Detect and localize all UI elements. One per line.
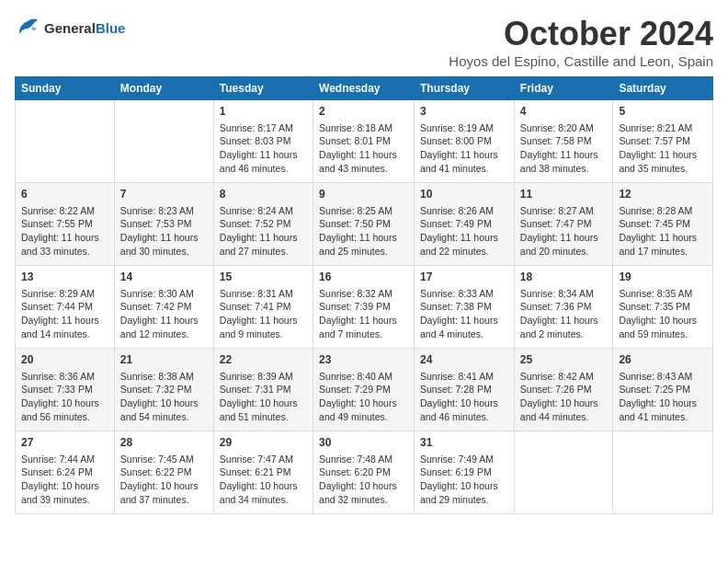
sunset-info: Sunset: 6:24 PM bbox=[21, 465, 108, 479]
calendar-cell: 29Sunrise: 7:47 AMSunset: 6:21 PMDayligh… bbox=[213, 431, 313, 514]
sunrise-info: Sunrise: 8:27 AM bbox=[520, 204, 608, 218]
daylight-hours: Daylight: 11 hours and 22 minutes. bbox=[420, 231, 508, 258]
calendar-cell: 14Sunrise: 8:30 AMSunset: 7:42 PMDayligh… bbox=[114, 266, 213, 349]
sunset-info: Sunset: 7:35 PM bbox=[619, 300, 707, 314]
sunset-info: Sunset: 7:45 PM bbox=[619, 217, 707, 231]
sunset-info: Sunset: 7:55 PM bbox=[21, 217, 108, 231]
calendar-cell: 9Sunrise: 8:25 AMSunset: 7:50 PMDaylight… bbox=[313, 183, 415, 266]
page-header: GeneralBlue October 2024 Hoyos del Espin… bbox=[15, 15, 713, 69]
day-number: 9 bbox=[319, 187, 408, 202]
daylight-hours: Daylight: 11 hours and 30 minutes. bbox=[120, 231, 208, 258]
sunrise-info: Sunrise: 8:42 AM bbox=[520, 370, 608, 384]
day-number: 16 bbox=[319, 270, 408, 285]
column-header-thursday: Thursday bbox=[415, 77, 515, 100]
day-number: 24 bbox=[420, 352, 508, 368]
sunrise-info: Sunrise: 8:34 AM bbox=[520, 287, 608, 301]
sunrise-info: Sunrise: 8:17 AM bbox=[220, 121, 307, 135]
sunrise-info: Sunrise: 8:40 AM bbox=[319, 370, 408, 384]
sunset-info: Sunset: 7:57 PM bbox=[619, 134, 707, 148]
sunset-info: Sunset: 7:38 PM bbox=[420, 300, 508, 314]
day-number: 15 bbox=[220, 270, 307, 285]
calendar-cell: 19Sunrise: 8:35 AMSunset: 7:35 PMDayligh… bbox=[613, 266, 713, 349]
calendar-cell: 10Sunrise: 8:26 AMSunset: 7:49 PMDayligh… bbox=[415, 183, 515, 266]
daylight-hours: Daylight: 11 hours and 4 minutes. bbox=[420, 314, 508, 340]
daylight-hours: Daylight: 10 hours and 34 minutes. bbox=[220, 479, 307, 506]
daylight-hours: Daylight: 11 hours and 35 minutes. bbox=[619, 148, 707, 175]
sunset-info: Sunset: 7:44 PM bbox=[21, 300, 108, 314]
sunset-info: Sunset: 7:36 PM bbox=[520, 300, 608, 314]
sunset-info: Sunset: 8:03 PM bbox=[220, 134, 307, 148]
calendar-week-row: 6Sunrise: 8:22 AMSunset: 7:55 PMDaylight… bbox=[16, 183, 713, 266]
calendar-cell: 24Sunrise: 8:41 AMSunset: 7:28 PMDayligh… bbox=[415, 349, 515, 431]
sunset-info: Sunset: 7:42 PM bbox=[120, 300, 208, 314]
calendar-cell: 6Sunrise: 8:22 AMSunset: 7:55 PMDaylight… bbox=[16, 183, 115, 266]
daylight-hours: Daylight: 10 hours and 37 minutes. bbox=[120, 479, 208, 506]
day-number: 12 bbox=[619, 187, 707, 202]
sunset-info: Sunset: 8:00 PM bbox=[420, 134, 508, 148]
day-number: 3 bbox=[420, 104, 508, 120]
calendar-cell: 8Sunrise: 8:24 AMSunset: 7:52 PMDaylight… bbox=[213, 183, 313, 266]
sunrise-info: Sunrise: 8:31 AM bbox=[220, 287, 307, 301]
daylight-hours: Daylight: 11 hours and 38 minutes. bbox=[520, 148, 608, 175]
calendar-cell: 12Sunrise: 8:28 AMSunset: 7:45 PMDayligh… bbox=[613, 183, 713, 266]
calendar-cell: 17Sunrise: 8:33 AMSunset: 7:38 PMDayligh… bbox=[415, 266, 515, 349]
sunset-info: Sunset: 7:31 PM bbox=[220, 383, 307, 396]
sunset-info: Sunset: 7:25 PM bbox=[619, 383, 707, 396]
sunrise-info: Sunrise: 8:39 AM bbox=[220, 370, 307, 384]
calendar-cell: 5Sunrise: 8:21 AMSunset: 7:57 PMDaylight… bbox=[613, 100, 713, 183]
sunrise-info: Sunrise: 8:21 AM bbox=[619, 121, 707, 135]
day-number: 10 bbox=[420, 187, 508, 202]
sunset-info: Sunset: 7:58 PM bbox=[520, 134, 608, 148]
month-title: October 2024 bbox=[449, 15, 713, 53]
daylight-hours: Daylight: 10 hours and 39 minutes. bbox=[21, 479, 108, 506]
day-number: 26 bbox=[619, 352, 707, 368]
day-number: 14 bbox=[120, 270, 208, 285]
daylight-hours: Daylight: 11 hours and 27 minutes. bbox=[220, 231, 307, 258]
logo: GeneralBlue bbox=[15, 15, 125, 40]
calendar-cell: 31Sunrise: 7:49 AMSunset: 6:19 PMDayligh… bbox=[415, 431, 515, 514]
daylight-hours: Daylight: 11 hours and 41 minutes. bbox=[420, 148, 508, 175]
calendar-cell: 2Sunrise: 8:18 AMSunset: 8:01 PMDaylight… bbox=[313, 100, 415, 183]
calendar-cell: 27Sunrise: 7:44 AMSunset: 6:24 PMDayligh… bbox=[16, 431, 115, 514]
sunrise-info: Sunrise: 8:30 AM bbox=[120, 287, 208, 301]
calendar-cell bbox=[514, 431, 613, 514]
daylight-hours: Daylight: 10 hours and 49 minutes. bbox=[319, 396, 408, 423]
sunrise-info: Sunrise: 8:43 AM bbox=[619, 370, 707, 384]
day-number: 30 bbox=[319, 435, 408, 451]
day-number: 7 bbox=[120, 187, 208, 202]
daylight-hours: Daylight: 10 hours and 54 minutes. bbox=[120, 396, 208, 423]
day-number: 18 bbox=[520, 270, 608, 285]
calendar-cell: 7Sunrise: 8:23 AMSunset: 7:53 PMDaylight… bbox=[114, 183, 213, 266]
calendar-cell: 25Sunrise: 8:42 AMSunset: 7:26 PMDayligh… bbox=[514, 349, 613, 431]
sunrise-info: Sunrise: 7:44 AM bbox=[21, 453, 108, 466]
day-number: 8 bbox=[220, 187, 307, 202]
sunset-info: Sunset: 6:21 PM bbox=[220, 465, 307, 479]
calendar-cell: 22Sunrise: 8:39 AMSunset: 7:31 PMDayligh… bbox=[213, 349, 313, 431]
day-number: 23 bbox=[319, 352, 408, 368]
daylight-hours: Daylight: 11 hours and 9 minutes. bbox=[220, 314, 307, 340]
sunset-info: Sunset: 7:32 PM bbox=[120, 383, 208, 396]
day-number: 27 bbox=[21, 435, 108, 451]
column-header-monday: Monday bbox=[114, 77, 213, 100]
sunrise-info: Sunrise: 8:36 AM bbox=[21, 370, 108, 384]
daylight-hours: Daylight: 10 hours and 29 minutes. bbox=[420, 479, 508, 506]
sunset-info: Sunset: 6:19 PM bbox=[420, 465, 508, 479]
sunset-info: Sunset: 7:47 PM bbox=[520, 217, 608, 231]
logo-text: GeneralBlue bbox=[44, 20, 125, 36]
sunset-info: Sunset: 7:33 PM bbox=[21, 383, 108, 396]
sunrise-info: Sunrise: 8:38 AM bbox=[120, 370, 208, 384]
sunrise-info: Sunrise: 8:33 AM bbox=[420, 287, 508, 301]
daylight-hours: Daylight: 11 hours and 43 minutes. bbox=[319, 148, 408, 175]
daylight-hours: Daylight: 10 hours and 46 minutes. bbox=[420, 396, 508, 423]
sunset-info: Sunset: 6:22 PM bbox=[120, 465, 208, 479]
title-block: October 2024 Hoyos del Espino, Castille … bbox=[449, 15, 713, 69]
daylight-hours: Daylight: 11 hours and 7 minutes. bbox=[319, 314, 408, 340]
day-number: 5 bbox=[619, 104, 707, 120]
sunset-info: Sunset: 7:50 PM bbox=[319, 217, 408, 231]
calendar-week-row: 20Sunrise: 8:36 AMSunset: 7:33 PMDayligh… bbox=[16, 349, 713, 431]
day-number: 4 bbox=[520, 104, 608, 120]
calendar-cell: 20Sunrise: 8:36 AMSunset: 7:33 PMDayligh… bbox=[16, 349, 115, 431]
daylight-hours: Daylight: 11 hours and 33 minutes. bbox=[21, 231, 108, 258]
daylight-hours: Daylight: 11 hours and 14 minutes. bbox=[21, 314, 108, 340]
day-number: 29 bbox=[220, 435, 307, 451]
